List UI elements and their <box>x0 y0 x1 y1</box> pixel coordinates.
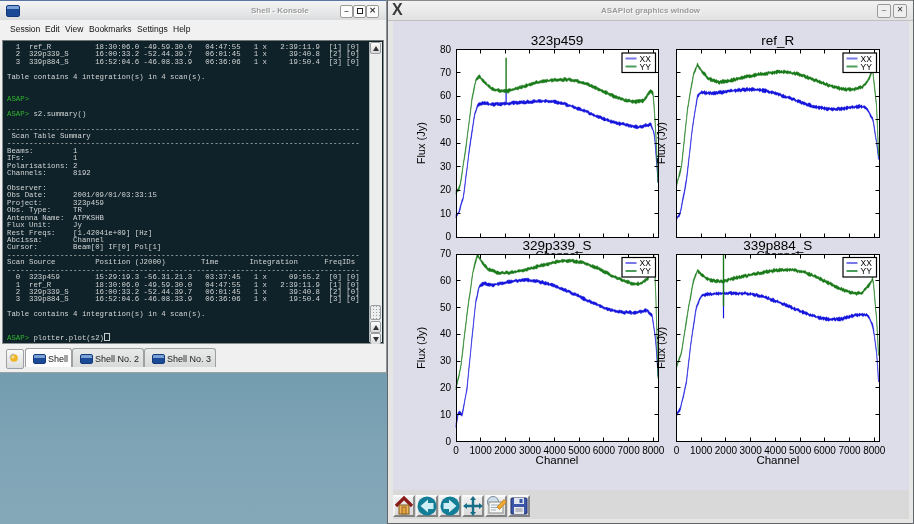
svg-text:YY: YY <box>640 62 652 72</box>
svg-text:10: 10 <box>440 208 452 219</box>
svg-text:80: 80 <box>440 44 452 55</box>
svg-text:10: 10 <box>440 409 452 420</box>
svg-text:YY: YY <box>861 266 873 276</box>
svg-text:ref_R: ref_R <box>761 33 794 48</box>
svg-text:8000: 8000 <box>642 445 665 456</box>
svg-text:20: 20 <box>440 382 452 393</box>
svg-text:323p459: 323p459 <box>531 33 584 48</box>
svg-text:8000: 8000 <box>863 445 886 456</box>
svg-text:0: 0 <box>453 445 459 456</box>
svg-text:7000: 7000 <box>838 445 861 456</box>
svg-text:339p884_S: 339p884_S <box>743 238 812 253</box>
svg-text:Channel: Channel <box>756 454 799 466</box>
svg-text:1000: 1000 <box>690 445 713 456</box>
svg-text:Flux (Jy): Flux (Jy) <box>415 327 427 369</box>
svg-text:Flux (Jy): Flux (Jy) <box>415 122 427 164</box>
svg-text:0: 0 <box>445 436 451 447</box>
svg-text:40: 40 <box>440 328 452 339</box>
svg-text:50: 50 <box>440 302 452 313</box>
svg-text:6000: 6000 <box>814 445 837 456</box>
svg-text:YY: YY <box>861 62 873 72</box>
svg-text:60: 60 <box>440 275 452 286</box>
svg-text:6000: 6000 <box>593 445 616 456</box>
svg-text:Channel: Channel <box>536 454 579 466</box>
svg-text:30: 30 <box>440 161 452 172</box>
svg-text:1000: 1000 <box>470 445 493 456</box>
svg-text:2000: 2000 <box>494 445 517 456</box>
svg-text:Flux (Jy): Flux (Jy) <box>655 327 667 369</box>
svg-text:40: 40 <box>440 137 452 148</box>
svg-text:Flux (Jy): Flux (Jy) <box>655 122 667 164</box>
svg-text:0: 0 <box>445 231 451 242</box>
svg-text:YY: YY <box>640 266 652 276</box>
svg-text:70: 70 <box>440 248 452 259</box>
svg-text:20: 20 <box>440 184 452 195</box>
svg-text:60: 60 <box>440 90 452 101</box>
svg-text:30: 30 <box>440 355 452 366</box>
svg-text:0: 0 <box>674 445 680 456</box>
svg-text:2000: 2000 <box>715 445 738 456</box>
svg-text:329p339_S: 329p339_S <box>522 238 591 253</box>
svg-text:7000: 7000 <box>617 445 640 456</box>
svg-text:50: 50 <box>440 114 452 125</box>
svg-text:70: 70 <box>440 67 452 78</box>
